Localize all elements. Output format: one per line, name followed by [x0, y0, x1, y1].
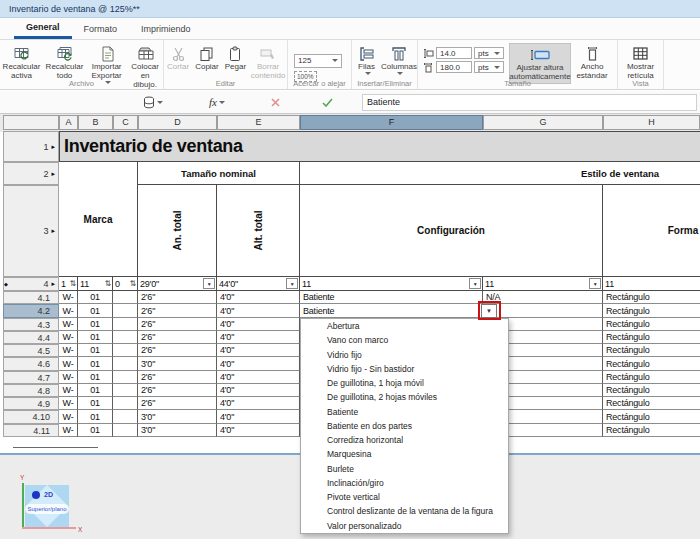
cell-a-4.8[interactable]: W- — [59, 384, 78, 397]
column-header-2[interactable]: C — [113, 115, 138, 130]
column-header-4[interactable]: E — [217, 115, 300, 130]
cell-g-4.2[interactable] — [483, 304, 603, 318]
row-header-4.7[interactable]: 4.7 — [3, 371, 59, 384]
paste-button[interactable]: Pegar — [223, 43, 248, 73]
cell-e-4.1[interactable]: 4'0" — [217, 291, 300, 304]
view-orientation-widget[interactable]: Y X 2D Superior/plano — [12, 474, 84, 536]
schedule-title-cell[interactable]: Inventario de ventana — [59, 131, 700, 162]
cell-b-4.5[interactable]: 01 — [78, 344, 113, 357]
header-forma[interactable]: Forma — [603, 185, 700, 277]
cell-e-4.8[interactable]: 4'0" — [217, 384, 300, 397]
cell-d-4.8[interactable]: 2'6" — [138, 384, 217, 397]
cell-h-4.3[interactable]: Rectángulo — [603, 318, 700, 331]
cell-c-4.4[interactable] — [113, 331, 138, 344]
cell-d-4.6[interactable]: 3'0" — [138, 357, 217, 371]
rows-button[interactable]: Filas — [353, 43, 380, 76]
cell-d-4.7[interactable]: 2'6" — [138, 371, 217, 384]
cell-e-4.6[interactable]: 4'0" — [217, 357, 300, 371]
row-header-4.3[interactable]: 4.3 — [3, 318, 59, 331]
accept-edit-icon[interactable] — [322, 98, 333, 107]
row-header-4.11[interactable]: 4.11 — [3, 424, 59, 437]
zoom-level-combobox[interactable]: 125 — [294, 54, 342, 68]
dropdown-item[interactable]: Inclinación/giro — [301, 476, 508, 490]
header-tamano-nominal[interactable]: Tamaño nominal — [138, 162, 300, 185]
cell-e-4.11[interactable]: 4'0" — [217, 424, 300, 437]
cancel-edit-icon[interactable] — [271, 98, 280, 107]
cell-h-4.7[interactable]: Rectángulo — [603, 371, 700, 384]
column-header-7[interactable]: H — [603, 115, 700, 130]
column-header-1[interactable]: B — [78, 115, 113, 130]
tab-formato[interactable]: Formato — [72, 18, 130, 39]
filter-cell-a[interactable]: 1⇅ — [59, 277, 78, 291]
cell-c-4.2[interactable] — [113, 304, 138, 318]
header-an-total[interactable]: An. total — [138, 185, 217, 277]
cell-a-4.10[interactable]: W- — [59, 410, 78, 424]
dropdown-item[interactable]: Batiente — [301, 405, 508, 419]
cell-c-4.6[interactable] — [113, 357, 138, 371]
filter-cell-f[interactable]: 11▼ — [300, 277, 483, 291]
cell-e-4.4[interactable]: 4'0" — [217, 331, 300, 344]
dropdown-item[interactable]: De guillotina, 1 hoja móvil — [301, 376, 508, 390]
dropdown-item[interactable]: Abertura — [301, 319, 508, 333]
cell-h-4.2[interactable]: Rectángulo — [603, 304, 700, 318]
filter-cell-b[interactable]: 11⇅ — [78, 277, 113, 291]
cell-h-4.5[interactable]: Rectángulo — [603, 344, 700, 357]
cell-a-4.3[interactable]: W- — [59, 318, 78, 331]
copy-button[interactable]: Copiar — [193, 43, 221, 73]
cell-d-4.1[interactable]: 2'6" — [138, 291, 217, 304]
dropdown-item[interactable]: Vano con marco — [301, 333, 508, 347]
columns-button[interactable]: Columnas — [382, 43, 416, 76]
recalculate-all-button[interactable]: Recalcular todo — [44, 43, 85, 82]
header-marca[interactable]: Marca — [59, 162, 138, 277]
cell-b-4.8[interactable]: 01 — [78, 384, 113, 397]
cell-d-4.3[interactable]: 2'6" — [138, 318, 217, 331]
cell-b-4.9[interactable]: 01 — [78, 397, 113, 410]
cell-b-4.4[interactable]: 01 — [78, 331, 113, 344]
dropdown-item[interactable]: Valor personalizado — [301, 519, 508, 533]
cell-f-4.1[interactable]: Batiente — [300, 291, 483, 304]
filter-dropdown-icon[interactable]: ▼ — [203, 278, 215, 289]
row-header-4.2[interactable]: 4.2 — [3, 304, 59, 318]
cell-b-4.7[interactable]: 01 — [78, 371, 113, 384]
standard-width-button[interactable]: Ancho estándar — [573, 43, 611, 82]
cell-h-4.9[interactable]: Rectángulo — [603, 397, 700, 410]
cell-e-4.5[interactable]: 4'0" — [217, 344, 300, 357]
dropdown-item[interactable]: Batiente en dos partes — [301, 419, 508, 433]
row-header-4.9[interactable]: 4.9 — [3, 397, 59, 410]
row-header-4.10[interactable]: 4.10 — [3, 410, 59, 424]
row-header-4.6[interactable]: 4.6 — [3, 357, 59, 371]
cell-a-4.4[interactable]: W- — [59, 331, 78, 344]
header-alt-total[interactable]: Alt. total — [217, 185, 300, 277]
sort-icon[interactable]: ⇅ — [69, 280, 76, 288]
cell-c-4.8[interactable] — [113, 384, 138, 397]
column-header-3[interactable]: D — [138, 115, 217, 130]
function-icon[interactable]: fx — [209, 96, 217, 108]
chevron-down-icon[interactable] — [219, 101, 225, 104]
cell-e-4.3[interactable]: 4'0" — [217, 318, 300, 331]
row-header-3[interactable]: 3▸ — [3, 185, 59, 277]
filter-cell-g[interactable]: 11▼ — [483, 277, 603, 291]
column-header-5[interactable]: F — [300, 115, 483, 130]
filter-dropdown-icon[interactable]: ▼ — [469, 278, 481, 289]
dropdown-item[interactable]: Control deslizante de la ventana de la f… — [301, 504, 508, 518]
dropdown-item[interactable]: Vidrio fijo - Sin bastidor — [301, 362, 508, 376]
select-all-corner[interactable] — [3, 115, 59, 130]
row-height-unit-combobox[interactable]: pts — [474, 47, 504, 59]
cell-e-4.9[interactable]: 4'0" — [217, 397, 300, 410]
row-header-4.1[interactable]: 4.1 — [3, 291, 59, 304]
cell-d-4.4[interactable]: 2'6" — [138, 331, 217, 344]
cell-a-4.1[interactable]: W- — [59, 291, 78, 304]
tab-imprimiendo[interactable]: Imprimiendo — [129, 18, 203, 39]
show-grid-button[interactable]: Mostrar retícula — [621, 43, 661, 82]
header-configuracion[interactable]: Configuración — [300, 185, 603, 277]
filter-cell-d[interactable]: 29'0"▼ — [138, 277, 217, 291]
row-height-input[interactable]: 14.0 — [436, 47, 472, 59]
column-width-unit-combobox[interactable]: pts — [474, 61, 504, 73]
cell-b-4.3[interactable]: 01 — [78, 318, 113, 331]
cell-c-4.3[interactable] — [113, 318, 138, 331]
cell-c-4.1[interactable] — [113, 291, 138, 304]
cell-h-4.8[interactable]: Rectángulo — [603, 384, 700, 397]
cell-c-4.10[interactable] — [113, 410, 138, 424]
row-header-1[interactable]: 1▸ — [3, 131, 59, 162]
sort-icon[interactable]: ⇅ — [129, 280, 136, 288]
